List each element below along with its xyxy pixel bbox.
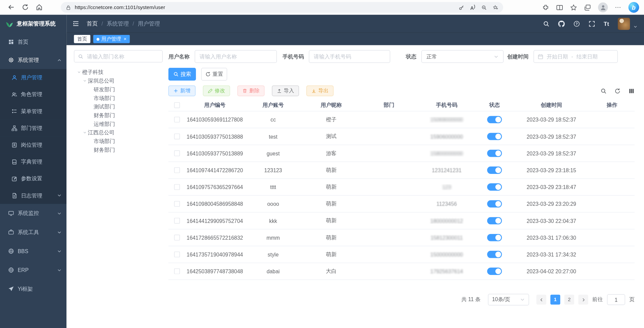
tree-node[interactable]: 橙子科技 xyxy=(74,68,162,77)
extensions-icon[interactable] xyxy=(542,4,549,11)
tree-node[interactable]: 市场部门 xyxy=(74,94,162,102)
back-icon[interactable] xyxy=(7,3,16,12)
cell-phone-redacted: 1231241231 xyxy=(432,167,462,173)
tree-node[interactable]: 运维部门 xyxy=(74,120,162,128)
edit-button[interactable]: 修改 xyxy=(203,86,230,96)
status-toggle[interactable] xyxy=(487,217,502,224)
row-checkbox[interactable] xyxy=(174,167,180,173)
jump-page-input[interactable] xyxy=(607,294,625,305)
add-favorite-icon[interactable] xyxy=(493,5,498,10)
dept-search-input[interactable] xyxy=(86,53,158,60)
github-icon[interactable] xyxy=(558,20,565,27)
zoom-out-icon[interactable] xyxy=(481,5,487,10)
split-screen-icon[interactable] xyxy=(556,4,563,11)
caret-down-icon[interactable] xyxy=(76,70,82,74)
table-search-icon[interactable] xyxy=(600,88,606,94)
url-text[interactable]: https://ccnetcore.com:1101/system/user xyxy=(75,4,459,10)
breadcrumb-item[interactable]: 首页 xyxy=(87,20,98,27)
page-button-1[interactable]: 1 xyxy=(550,295,560,304)
table-refresh-icon[interactable] xyxy=(614,88,621,94)
close-tab-icon[interactable]: × xyxy=(123,36,127,42)
tree-node[interactable]: 研发部门 xyxy=(74,85,162,94)
browser-profile-icon[interactable] xyxy=(598,2,608,12)
sidebar-item-bbs[interactable]: BBS xyxy=(0,242,66,261)
row-checkbox[interactable] xyxy=(174,117,180,123)
fullscreen-icon[interactable] xyxy=(589,20,595,27)
sidebar-item-yi-framework[interactable]: Yi框架 xyxy=(0,280,66,298)
more-menu-icon[interactable]: ⋯ xyxy=(615,4,622,11)
tab-home[interactable]: 首页 xyxy=(74,35,90,43)
status-toggle[interactable] xyxy=(487,183,502,191)
sidebar-item-role-mgmt[interactable]: 角色管理 xyxy=(0,86,66,103)
row-checkbox[interactable] xyxy=(174,251,180,257)
favorites-bar-icon[interactable] xyxy=(570,4,577,11)
breadcrumb-item[interactable]: 系统管理 xyxy=(107,20,129,27)
header-search-icon[interactable] xyxy=(543,20,550,27)
sidebar-item-post-mgmt[interactable]: 岗位管理 xyxy=(0,136,66,153)
sidebar-item-log-mgmt[interactable]: 日志管理 xyxy=(0,187,66,204)
sidebar-item-user-mgmt[interactable]: 用户管理 xyxy=(0,69,66,86)
sidebar-item-menu-mgmt[interactable]: 菜单管理 xyxy=(0,103,66,120)
copilot-icon[interactable]: b xyxy=(629,2,639,13)
status-toggle[interactable] xyxy=(487,268,502,275)
next-page-button[interactable] xyxy=(578,295,588,304)
user-avatar[interactable] xyxy=(618,17,630,30)
sidebar-item-system-monitor[interactable]: 系统监控 xyxy=(0,204,66,223)
caret-down-icon[interactable] xyxy=(82,131,88,134)
sidebar-item-system-mgmt[interactable]: 系统管理 xyxy=(0,51,66,69)
status-toggle[interactable] xyxy=(487,200,502,207)
sidebar-item-system-tools[interactable]: 系统工具 xyxy=(0,223,66,242)
row-checkbox[interactable] xyxy=(174,268,180,274)
date-range-picker[interactable]: 开始日期 - 结束日期 xyxy=(534,50,618,63)
address-bar[interactable]: https://ccnetcore.com:1101/system/user A… xyxy=(61,2,503,13)
tree-node[interactable]: 财务部门 xyxy=(74,111,162,120)
tree-node[interactable]: 财务部门 xyxy=(74,145,162,154)
collapse-sidebar-icon[interactable] xyxy=(72,20,79,27)
status-toggle[interactable] xyxy=(487,167,502,174)
status-toggle[interactable] xyxy=(487,251,502,258)
password-key-icon[interactable] xyxy=(459,5,464,10)
tree-node[interactable]: 测试部门 xyxy=(74,102,162,111)
prev-page-button[interactable] xyxy=(536,295,546,304)
collections-icon[interactable] xyxy=(584,4,591,11)
page-size-select[interactable]: 10条/页 xyxy=(488,294,529,305)
read-aloud-icon[interactable]: A) xyxy=(470,4,475,11)
row-checkbox[interactable] xyxy=(174,201,180,207)
select-all-checkbox[interactable] xyxy=(174,102,180,108)
tree-node[interactable]: 江西总公司 xyxy=(74,128,162,137)
status-toggle[interactable] xyxy=(487,116,502,123)
sidebar-item-dept-mgmt[interactable]: 部门管理 xyxy=(0,120,66,136)
page-button-2[interactable]: 2 xyxy=(564,295,574,304)
browser-home-icon[interactable] xyxy=(35,3,44,12)
tab-user-mgmt[interactable]: 用户管理× xyxy=(93,35,130,43)
reset-button[interactable]: 重置 xyxy=(201,68,227,81)
sidebar-item-dict-mgmt[interactable]: 字典管理 xyxy=(0,153,66,170)
sidebar-item-erp[interactable]: ERP xyxy=(0,261,66,279)
username-input[interactable] xyxy=(195,50,277,63)
status-toggle[interactable] xyxy=(487,133,502,140)
row-checkbox[interactable] xyxy=(174,134,180,139)
tree-node[interactable]: 深圳总公司 xyxy=(74,77,162,85)
row-checkbox[interactable] xyxy=(174,235,180,240)
help-icon[interactable]: ? xyxy=(573,20,580,27)
import-button[interactable]: 导入 xyxy=(272,86,299,96)
delete-button[interactable]: 删除 xyxy=(237,86,264,96)
phone-input[interactable] xyxy=(309,50,390,63)
export-button[interactable]: 导出 xyxy=(306,86,334,96)
row-checkbox[interactable] xyxy=(174,150,180,156)
sidebar-item-home[interactable]: 首页 xyxy=(0,33,66,51)
reload-icon[interactable] xyxy=(20,3,30,12)
sidebar-item-param-settings[interactable]: 参数设置 xyxy=(0,170,66,187)
search-button[interactable]: 搜索 xyxy=(168,68,196,81)
caret-down-icon[interactable] xyxy=(82,79,88,83)
font-size-icon[interactable]: Tt xyxy=(604,20,609,27)
row-checkbox[interactable] xyxy=(174,218,180,224)
avatar-caret-icon[interactable] xyxy=(633,25,637,29)
table-columns-icon[interactable] xyxy=(629,88,635,94)
status-select[interactable]: 正常 xyxy=(422,50,504,63)
status-toggle[interactable] xyxy=(487,150,502,157)
add-button[interactable]: 新增 xyxy=(168,86,196,96)
tree-node[interactable]: 市场部门 xyxy=(74,137,162,146)
status-toggle[interactable] xyxy=(487,234,502,241)
row-checkbox[interactable] xyxy=(174,184,180,190)
